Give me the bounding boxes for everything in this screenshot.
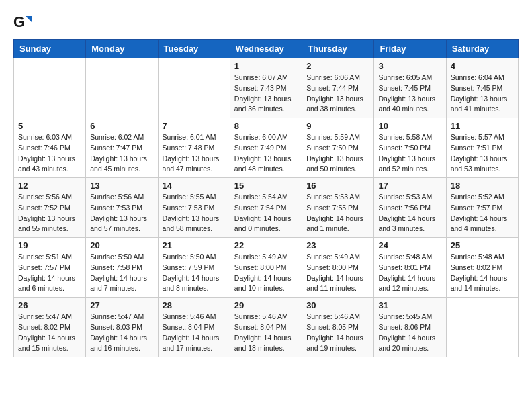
day-info: Sunrise: 5:57 AM Sunset: 7:51 PM Dayligh…: [451, 132, 514, 175]
day-number: 9: [306, 121, 369, 131]
day-number: 22: [234, 240, 298, 250]
day-info: Sunrise: 5:56 AM Sunset: 7:52 PM Dayligh…: [18, 192, 81, 234]
day-info: Sunrise: 5:50 AM Sunset: 7:59 PM Dayligh…: [163, 252, 226, 294]
page-header: G: [13, 13, 519, 32]
day-number: 10: [378, 121, 441, 131]
calendar-cell: 26Sunrise: 5:47 AM Sunset: 8:02 PM Dayli…: [14, 298, 86, 357]
calendar-cell: 5Sunrise: 6:03 AM Sunset: 7:46 PM Daylig…: [14, 118, 86, 178]
day-info: Sunrise: 6:06 AM Sunset: 7:44 PM Dayligh…: [306, 73, 369, 115]
day-number: 16: [306, 181, 369, 191]
day-number: 30: [306, 300, 369, 310]
day-number: 20: [90, 240, 153, 250]
day-info: Sunrise: 6:01 AM Sunset: 7:48 PM Dayligh…: [163, 132, 226, 175]
calendar-cell: 4Sunrise: 6:04 AM Sunset: 7:45 PM Daylig…: [446, 58, 518, 118]
day-number: 2: [306, 61, 369, 71]
day-info: Sunrise: 5:46 AM Sunset: 8:05 PM Dayligh…: [306, 312, 369, 354]
weekday-tuesday: Tuesday: [158, 40, 230, 58]
day-number: 6: [90, 121, 153, 131]
weekday-monday: Monday: [86, 40, 158, 58]
day-info: Sunrise: 5:48 AM Sunset: 8:01 PM Dayligh…: [378, 252, 441, 294]
calendar-cell: 28Sunrise: 5:46 AM Sunset: 8:04 PM Dayli…: [158, 298, 230, 357]
day-number: 8: [234, 121, 298, 131]
day-info: Sunrise: 5:45 AM Sunset: 8:06 PM Dayligh…: [378, 312, 441, 354]
calendar-cell: [158, 58, 230, 118]
calendar-cell: 12Sunrise: 5:56 AM Sunset: 7:52 PM Dayli…: [14, 178, 86, 238]
weekday-friday: Friday: [374, 40, 446, 58]
day-info: Sunrise: 5:52 AM Sunset: 7:57 PM Dayligh…: [451, 192, 514, 234]
day-number: 15: [234, 181, 298, 191]
calendar-cell: 6Sunrise: 6:02 AM Sunset: 7:47 PM Daylig…: [86, 118, 158, 178]
day-info: Sunrise: 5:47 AM Sunset: 8:02 PM Dayligh…: [18, 312, 81, 354]
calendar-cell: 24Sunrise: 5:48 AM Sunset: 8:01 PM Dayli…: [374, 238, 446, 298]
day-info: Sunrise: 5:53 AM Sunset: 7:56 PM Dayligh…: [378, 192, 441, 234]
calendar-cell: 16Sunrise: 5:53 AM Sunset: 7:55 PM Dayli…: [302, 178, 374, 238]
day-number: 17: [378, 181, 441, 191]
day-info: Sunrise: 5:49 AM Sunset: 8:00 PM Dayligh…: [306, 252, 369, 294]
calendar-cell: 18Sunrise: 5:52 AM Sunset: 7:57 PM Dayli…: [446, 178, 518, 238]
logo: G: [13, 13, 35, 32]
weekday-sunday: Sunday: [14, 40, 86, 58]
calendar-cell: [86, 58, 158, 118]
day-info: Sunrise: 5:49 AM Sunset: 8:00 PM Dayligh…: [234, 252, 298, 294]
calendar-cell: 9Sunrise: 5:59 AM Sunset: 7:50 PM Daylig…: [302, 118, 374, 178]
day-number: 28: [163, 300, 226, 310]
calendar-cell: [446, 298, 518, 357]
day-number: 31: [378, 300, 441, 310]
week-row-4: 19Sunrise: 5:51 AM Sunset: 7:57 PM Dayli…: [14, 238, 519, 298]
day-info: Sunrise: 5:46 AM Sunset: 8:04 PM Dayligh…: [234, 312, 298, 354]
day-info: Sunrise: 6:07 AM Sunset: 7:43 PM Dayligh…: [234, 73, 298, 115]
day-number: 23: [306, 240, 369, 250]
day-info: Sunrise: 6:00 AM Sunset: 7:49 PM Dayligh…: [234, 132, 298, 175]
calendar-cell: 23Sunrise: 5:49 AM Sunset: 8:00 PM Dayli…: [302, 238, 374, 298]
calendar-cell: 29Sunrise: 5:46 AM Sunset: 8:04 PM Dayli…: [230, 298, 302, 357]
calendar-cell: 19Sunrise: 5:51 AM Sunset: 7:57 PM Dayli…: [14, 238, 86, 298]
calendar-cell: 14Sunrise: 5:55 AM Sunset: 7:53 PM Dayli…: [158, 178, 230, 238]
day-number: 29: [234, 300, 298, 310]
day-number: 3: [378, 61, 441, 71]
svg-text:G: G: [13, 13, 25, 30]
day-number: 12: [18, 181, 81, 191]
weekday-header-row: SundayMondayTuesdayWednesdayThursdayFrid…: [14, 40, 519, 58]
calendar-cell: 21Sunrise: 5:50 AM Sunset: 7:59 PM Dayli…: [158, 238, 230, 298]
day-info: Sunrise: 5:47 AM Sunset: 8:03 PM Dayligh…: [90, 312, 153, 354]
day-info: Sunrise: 5:59 AM Sunset: 7:50 PM Dayligh…: [306, 132, 369, 175]
day-info: Sunrise: 6:03 AM Sunset: 7:46 PM Dayligh…: [18, 132, 81, 175]
calendar-cell: 20Sunrise: 5:50 AM Sunset: 7:58 PM Dayli…: [86, 238, 158, 298]
calendar-cell: 22Sunrise: 5:49 AM Sunset: 8:00 PM Dayli…: [230, 238, 302, 298]
calendar-cell: 31Sunrise: 5:45 AM Sunset: 8:06 PM Dayli…: [374, 298, 446, 357]
calendar-table: SundayMondayTuesdayWednesdayThursdayFrid…: [13, 39, 519, 357]
day-info: Sunrise: 5:46 AM Sunset: 8:04 PM Dayligh…: [163, 312, 226, 354]
calendar-cell: 1Sunrise: 6:07 AM Sunset: 7:43 PM Daylig…: [230, 58, 302, 118]
day-number: 4: [451, 61, 514, 71]
weekday-wednesday: Wednesday: [230, 40, 302, 58]
day-info: Sunrise: 5:48 AM Sunset: 8:02 PM Dayligh…: [451, 252, 514, 294]
day-number: 26: [18, 300, 81, 310]
day-info: Sunrise: 5:56 AM Sunset: 7:53 PM Dayligh…: [90, 192, 153, 234]
weekday-thursday: Thursday: [302, 40, 374, 58]
day-number: 13: [90, 181, 153, 191]
day-number: 18: [451, 181, 514, 191]
day-number: 19: [18, 240, 81, 250]
day-number: 1: [234, 61, 298, 71]
day-info: Sunrise: 5:55 AM Sunset: 7:53 PM Dayligh…: [163, 192, 226, 234]
day-number: 7: [163, 121, 226, 131]
day-number: 24: [378, 240, 441, 250]
day-info: Sunrise: 5:54 AM Sunset: 7:54 PM Dayligh…: [234, 192, 298, 234]
day-number: 5: [18, 121, 81, 131]
day-number: 27: [90, 300, 153, 310]
calendar-cell: 7Sunrise: 6:01 AM Sunset: 7:48 PM Daylig…: [158, 118, 230, 178]
week-row-1: 1Sunrise: 6:07 AM Sunset: 7:43 PM Daylig…: [14, 58, 519, 118]
calendar-cell: 27Sunrise: 5:47 AM Sunset: 8:03 PM Dayli…: [86, 298, 158, 357]
calendar-cell: 2Sunrise: 6:06 AM Sunset: 7:44 PM Daylig…: [302, 58, 374, 118]
day-info: Sunrise: 5:58 AM Sunset: 7:50 PM Dayligh…: [378, 132, 441, 175]
day-info: Sunrise: 5:51 AM Sunset: 7:57 PM Dayligh…: [18, 252, 81, 294]
day-number: 25: [451, 240, 514, 250]
calendar-cell: 13Sunrise: 5:56 AM Sunset: 7:53 PM Dayli…: [86, 178, 158, 238]
calendar-cell: 11Sunrise: 5:57 AM Sunset: 7:51 PM Dayli…: [446, 118, 518, 178]
day-info: Sunrise: 6:02 AM Sunset: 7:47 PM Dayligh…: [90, 132, 153, 175]
calendar-cell: 10Sunrise: 5:58 AM Sunset: 7:50 PM Dayli…: [374, 118, 446, 178]
svg-marker-1: [26, 16, 32, 23]
calendar-cell: 17Sunrise: 5:53 AM Sunset: 7:56 PM Dayli…: [374, 178, 446, 238]
day-number: 11: [451, 121, 514, 131]
calendar-cell: 25Sunrise: 5:48 AM Sunset: 8:02 PM Dayli…: [446, 238, 518, 298]
